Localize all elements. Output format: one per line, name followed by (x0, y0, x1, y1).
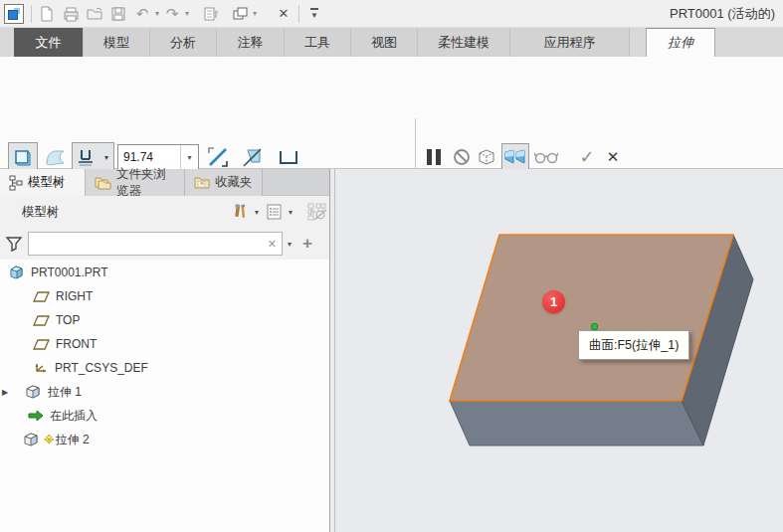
tab-folder-browser[interactable]: 文件夹浏览器 (86, 169, 185, 196)
ribbon-tab-tools[interactable]: 工具 (285, 28, 351, 57)
flip-direction-button[interactable] (204, 142, 232, 172)
glasses-icon (534, 150, 558, 164)
windows-button[interactable] (230, 4, 250, 24)
depth-drag-handle[interactable] (591, 323, 598, 330)
creo-window: ↶ ▾ ↷ ▾ ▾ ✕ ▼ PRT0001 (活动的) 文件 模型 分析 注释 … (0, 0, 783, 532)
tree-search-input[interactable] (29, 233, 268, 255)
new-file-button[interactable] (37, 4, 57, 24)
cancel-icon: ✕ (607, 148, 620, 166)
tree-tools-dropdown[interactable]: ▾ (252, 208, 262, 217)
depth-value-dropdown[interactable]: ▾ (180, 145, 198, 169)
no-preview-button[interactable] (451, 146, 473, 168)
windows-icon (232, 6, 249, 22)
windows-dropdown[interactable]: ▾ (250, 9, 260, 18)
extrude-feature-icon (22, 432, 40, 447)
redo-button[interactable]: ↷ (162, 4, 182, 24)
ribbon-tab-analysis[interactable]: 分析 (150, 28, 217, 57)
expander-icon[interactable]: ▶ (2, 388, 12, 397)
remove-material-button[interactable] (239, 142, 267, 172)
tree-item-label[interactable]: 在此插入 (50, 408, 98, 425)
solid-icon (14, 148, 32, 166)
print-button[interactable] (61, 4, 81, 24)
pause-icon (427, 149, 441, 165)
surface-icon (45, 148, 67, 166)
add-filter-button[interactable]: + (302, 234, 312, 254)
verify-button[interactable] (533, 146, 559, 168)
blind-depth-icon (77, 147, 97, 167)
ribbon-tab-flexible-modeling[interactable]: 柔性建模 (418, 28, 510, 57)
navigator-tab-strip: 模型树 文件夹浏览器 ✳ 收藏夹 (0, 169, 335, 196)
app-menu-button[interactable] (4, 4, 24, 24)
close-window-button[interactable]: ✕ (274, 4, 294, 24)
surface-tooltip: 曲面:F5(拉伸_1) (578, 330, 689, 360)
tree-item-extrude-2[interactable]: ※ 拉伸 2 (22, 428, 90, 451)
tree-item-label[interactable]: RIGHT (56, 289, 93, 303)
tree-item-label[interactable]: 拉伸 2 (56, 432, 90, 448)
ribbon-tab-extrude[interactable]: 拉伸 (646, 28, 715, 57)
tree-settings-button[interactable] (264, 202, 284, 222)
thicken-sketch-button[interactable] (275, 142, 302, 172)
tree-item-insert-here[interactable]: 在此插入 (28, 404, 98, 428)
tree-settings-dropdown[interactable]: ▾ (286, 208, 295, 217)
open-button[interactable] (85, 4, 104, 24)
tree-item-csys[interactable]: PRT_CSYS_DEF (33, 356, 148, 380)
tree-item-part-root[interactable]: PRT0001.PRT (8, 261, 108, 284)
redo-dropdown[interactable]: ▾ (182, 9, 192, 18)
tree-item-label[interactable]: PRT_CSYS_DEF (55, 361, 148, 375)
datum-plane-icon (33, 338, 50, 351)
solid-toggle-button[interactable] (8, 142, 38, 172)
tree-item-label[interactable]: PRT0001.PRT (31, 266, 108, 279)
print-icon (63, 6, 80, 22)
ribbon-tab-file[interactable]: 文件 (14, 28, 84, 57)
tab-model-tree[interactable]: 模型树 (0, 169, 86, 196)
ribbon-tab-model[interactable]: 模型 (84, 28, 150, 57)
ribbon-tab-annotate[interactable]: 注释 (217, 28, 285, 57)
surface-toggle-button[interactable] (42, 142, 70, 172)
tree-item-front-plane[interactable]: FRONT (33, 332, 97, 356)
depth-option-button[interactable] (72, 142, 100, 172)
pause-button[interactable] (424, 146, 444, 168)
tree-tools-button[interactable] (230, 202, 250, 222)
search-dropdown-button[interactable]: ▾ (285, 240, 294, 249)
tree-filter-row: ✕ ▾ + (0, 228, 335, 260)
tree-search-box: ✕ (28, 232, 283, 256)
svg-text:✳: ✳ (199, 179, 206, 188)
no-preview-icon (453, 148, 471, 166)
depth-option-dropdown[interactable]: ▾ (99, 142, 114, 172)
tab-label: 模型树 (28, 174, 66, 191)
save-button[interactable] (108, 4, 128, 24)
search-clear-button[interactable]: ✕ (268, 238, 282, 251)
undo-dropdown[interactable]: ▾ (152, 9, 162, 18)
cancel-button[interactable]: ✕ (602, 146, 624, 168)
toolbar-overflow-button[interactable]: ▼ (304, 4, 324, 24)
tab-label: 收藏夹 (215, 174, 253, 191)
csys-icon (33, 361, 49, 376)
ok-button[interactable]: ✓ (575, 145, 599, 169)
tree-show-button[interactable] (307, 202, 327, 222)
ribbon-tab-row: 文件 模型 分析 注释 工具 视图 柔性建模 应用程序 拉伸 (0, 28, 783, 57)
tree-item-label[interactable]: FRONT (56, 337, 97, 351)
tree-item-extrude-1[interactable]: ▶ 拉伸 1 (2, 380, 82, 404)
folder-browser-icon (95, 175, 111, 190)
save-icon (110, 6, 126, 22)
tree-item-label[interactable]: TOP (56, 313, 80, 327)
model-viewport[interactable]: 1 曲面:F5(拉伸_1) (335, 169, 783, 532)
model-tree: PRT0001.PRT RIGHT TOP FRONT PRT_CSYS_DEF… (0, 260, 330, 532)
model-tree-header: 模型树 ▾ ▾ (0, 196, 335, 228)
regenerate-icon (203, 6, 221, 22)
tree-item-top-plane[interactable]: TOP (33, 308, 80, 332)
filter-icon[interactable] (4, 234, 24, 254)
window-title: PRT0001 (活动的) (670, 5, 783, 23)
redo-icon: ↷ (166, 5, 179, 23)
ribbon-tab-view[interactable]: 视图 (351, 28, 418, 57)
tree-item-label[interactable]: 拉伸 1 (48, 384, 82, 401)
tree-item-right-plane[interactable]: RIGHT (33, 284, 93, 308)
unattached-preview-button[interactable] (475, 145, 498, 169)
regenerate-button[interactable] (202, 4, 222, 24)
modified-mark-icon: ※ (44, 434, 55, 446)
tab-favorites[interactable]: ✳ 收藏夹 (185, 169, 263, 196)
attached-preview-button[interactable] (501, 143, 529, 171)
show-hide-tree-icon (307, 203, 327, 221)
undo-button[interactable]: ↶ (132, 4, 152, 24)
ribbon-tab-applications[interactable]: 应用程序 (510, 28, 630, 57)
